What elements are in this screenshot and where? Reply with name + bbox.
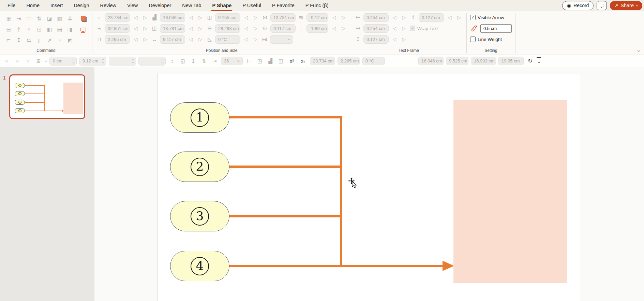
distribute-icon[interactable]: ⊞ xyxy=(34,58,43,64)
shape-1[interactable]: 1 xyxy=(170,102,229,133)
arrange-squares-icon[interactable]: ◳ xyxy=(256,58,264,64)
save-position-icon[interactable]: ⊡ xyxy=(35,25,44,34)
decrease-button[interactable] xyxy=(187,26,195,31)
mirror-width-field[interactable]: 13.781 cm xyxy=(270,13,296,22)
inner-width-field[interactable]: 9.155 cm xyxy=(215,13,240,22)
anchor-field[interactable]: 2.265 cm xyxy=(105,35,130,44)
rotate-free-icon[interactable]: ↗ xyxy=(45,36,54,45)
decrease-button[interactable] xyxy=(242,15,250,20)
spinner-down-icon[interactable] xyxy=(102,61,104,63)
v-offset-field[interactable]: -1.89 cm xyxy=(306,24,328,33)
arrow-width-input[interactable]: 0.5 cm xyxy=(480,24,512,33)
canvas-region[interactable]: 1 2 3 4 xyxy=(94,67,644,301)
menu-item[interactable]: Review xyxy=(94,0,122,11)
increase-button[interactable] xyxy=(141,37,149,42)
clipboard-icon[interactable]: ▯ xyxy=(35,36,44,45)
align-center-v-icon[interactable]: ⊟ xyxy=(4,25,13,34)
distribute-vertical-icon[interactable]: ⇅ xyxy=(35,14,44,23)
stretch-width-field[interactable]: 9.117 cm xyxy=(160,35,185,44)
font-size-dropdown[interactable]: 36 xyxy=(221,57,243,65)
align-text-right-icon[interactable]: ≡ xyxy=(24,58,32,64)
decrease-button[interactable] xyxy=(132,15,139,20)
align-left-edge-icon[interactable]: ⊢ xyxy=(245,58,253,64)
chevron-down-icon[interactable] xyxy=(45,59,47,62)
connector-line-3[interactable] xyxy=(229,215,342,217)
record-button[interactable]: ◉ Record xyxy=(562,1,594,10)
menu-item[interactable]: Developer xyxy=(143,0,177,11)
connector-line-1[interactable] xyxy=(229,116,342,118)
flag-left-icon[interactable]: ⊏ xyxy=(4,36,13,45)
connector-line-2[interactable] xyxy=(229,166,342,168)
line-weight-checkbox[interactable] xyxy=(470,37,476,42)
sort-down-icon[interactable]: ⇊ xyxy=(65,14,74,23)
filter-icon[interactable] xyxy=(537,57,541,65)
superscript-button[interactable]: x² xyxy=(287,58,296,64)
increase-button[interactable] xyxy=(400,15,408,20)
menu-item[interactable]: P Useful xyxy=(237,0,267,11)
visible-arrow-checkbox[interactable] xyxy=(470,15,476,20)
height-field[interactable]: 13.781 cm xyxy=(160,24,185,33)
align-right-edge-icon[interactable]: ⇥ xyxy=(210,58,219,64)
menu-item[interactable]: P Func (β) xyxy=(300,0,334,11)
menu-item[interactable]: Insert xyxy=(45,0,68,11)
left-margin-field[interactable]: 0.254 cm xyxy=(363,13,389,22)
menu-item[interactable]: View xyxy=(122,0,143,11)
slide-canvas[interactable]: 1 2 3 4 xyxy=(157,73,580,301)
decrease-button[interactable] xyxy=(187,37,195,42)
increase-button[interactable] xyxy=(197,15,204,20)
top-margin-field[interactable]: 0.127 cm xyxy=(419,13,444,22)
connector-arrowhead[interactable] xyxy=(443,261,454,271)
shape-3[interactable]: 3 xyxy=(170,201,229,231)
menu-item[interactable]: File xyxy=(2,0,21,11)
spinner-down-icon[interactable] xyxy=(132,61,134,63)
increase-button[interactable] xyxy=(252,15,259,20)
align-middle-icon[interactable]: ⇅ xyxy=(200,58,208,64)
decrease-button[interactable] xyxy=(391,15,398,20)
size-spinner[interactable]: 9.12 cm xyxy=(79,57,106,66)
share-button[interactable]: ↗ Share xyxy=(610,1,642,10)
spinner-down-icon[interactable] xyxy=(161,61,164,63)
increase-button[interactable] xyxy=(400,37,408,42)
rows-icon[interactable]: ▤ xyxy=(55,25,64,34)
increase-button[interactable] xyxy=(197,26,204,31)
offset-spinner[interactable]: 0 cm xyxy=(49,57,77,66)
menu-item[interactable]: P Shape xyxy=(207,0,237,11)
inner-height-field[interactable]: 28.293 cm xyxy=(215,24,240,33)
align-top-icon[interactable]: ↥ xyxy=(189,58,197,64)
fit-dropdown[interactable] xyxy=(270,35,293,44)
increase-button[interactable] xyxy=(141,15,149,20)
columns-icon[interactable]: ▥ xyxy=(55,14,64,23)
equal-height-icon[interactable]: ≡ xyxy=(25,25,33,34)
resize-height-icon[interactable]: ↕ xyxy=(168,58,176,64)
bottom-margin-field[interactable]: 0.127 cm xyxy=(363,35,389,44)
decrease-button[interactable] xyxy=(187,15,195,20)
h-offset-field[interactable]: -9.12 cm xyxy=(306,13,328,22)
visible-height-field[interactable]: 9.117 cm xyxy=(270,24,296,33)
chart-sort-icon[interactable]: ▟ xyxy=(266,58,274,64)
increase-button[interactable] xyxy=(400,26,408,31)
width-field[interactable]: 16.046 cm xyxy=(160,13,185,22)
menu-item[interactable]: Design xyxy=(68,0,94,11)
increase-button[interactable] xyxy=(141,26,149,31)
center-horizontal-icon[interactable]: ◫ xyxy=(277,58,285,64)
slide-thumbnail[interactable]: 1 2 3 4 xyxy=(9,74,85,119)
layers-icon[interactable]: ◱ xyxy=(179,58,187,64)
decrease-button[interactable] xyxy=(132,26,139,31)
decrease-button[interactable] xyxy=(446,15,453,20)
target-rectangle[interactable] xyxy=(453,100,567,283)
raise-top-icon[interactable]: ↥ xyxy=(14,25,23,34)
decrease-button[interactable] xyxy=(391,26,398,31)
increase-button[interactable] xyxy=(340,15,347,20)
swap-horizontal-icon[interactable]: ⇆ xyxy=(25,36,33,45)
overlap-back-icon[interactable]: ◪ xyxy=(45,14,54,23)
align-text-center-icon[interactable]: ≡ xyxy=(13,58,21,64)
small-box-icon[interactable]: ▫ xyxy=(55,36,64,45)
display-screen-icon[interactable] xyxy=(78,24,89,35)
spinner-down-icon[interactable] xyxy=(72,61,75,63)
increase-button[interactable] xyxy=(197,37,204,42)
increase-button[interactable] xyxy=(455,15,463,20)
increase-button[interactable] xyxy=(252,26,259,31)
connector-trunk[interactable] xyxy=(340,116,342,267)
connector-line-4[interactable] xyxy=(229,265,443,267)
empty-spinner-1[interactable] xyxy=(109,57,136,66)
